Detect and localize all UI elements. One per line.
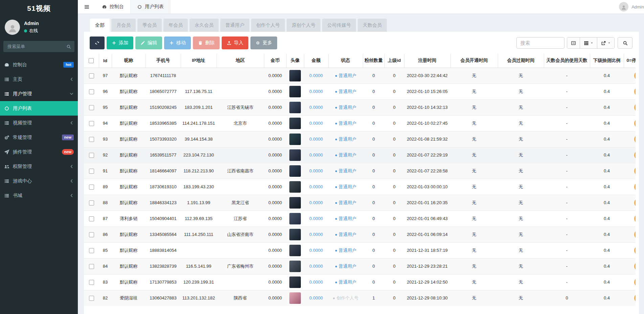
topbar-user[interactable]: Admin (619, 0, 644, 14)
row-checkbox[interactable] (89, 169, 94, 174)
user-avatar-image[interactable] (289, 197, 301, 209)
row-checkbox[interactable] (89, 232, 94, 237)
amount-link[interactable]: 0.0000 (309, 295, 323, 300)
user-avatar-image[interactable] (289, 118, 301, 129)
sidebar-item-user-management[interactable]: 用户管理 (0, 87, 78, 101)
sidebar-item-game-center[interactable]: 游戏中心 (0, 174, 78, 188)
sidebar-item-user-list[interactable]: 用户列表 (0, 101, 78, 116)
enabled-toggle[interactable] (634, 230, 636, 239)
user-avatar-image[interactable] (289, 181, 301, 193)
amount-link[interactable]: 0.0000 (309, 216, 323, 221)
sidebar-search (3, 41, 74, 52)
search-button[interactable] (618, 37, 632, 49)
row-checkbox[interactable] (89, 105, 94, 110)
amount-link[interactable]: 0.0000 (309, 232, 323, 237)
row-checkbox[interactable] (89, 137, 94, 142)
enabled-toggle[interactable] (634, 198, 636, 207)
amount-link[interactable]: 0.0000 (309, 280, 323, 285)
user-avatar-image[interactable] (289, 70, 301, 81)
sidebar-toggle-button[interactable] (78, 0, 95, 14)
sidebar-item-dashboard[interactable]: 控制台hot (0, 57, 78, 72)
row-checkbox[interactable] (89, 216, 94, 221)
amount-link[interactable]: 0.0000 (309, 248, 323, 253)
tab-console[interactable]: 控制台 (95, 0, 130, 14)
amount-link[interactable]: 0.0000 (309, 137, 323, 142)
enabled-toggle[interactable] (634, 294, 636, 303)
row-checkbox[interactable] (89, 73, 94, 78)
row-checkbox[interactable] (89, 248, 94, 253)
filter-tab-creator-account[interactable]: 创作个人号 (251, 19, 285, 32)
user-avatar-image[interactable] (289, 276, 301, 288)
enabled-toggle[interactable] (634, 103, 636, 112)
amount-link[interactable]: 0.0000 (309, 264, 323, 269)
row-checkbox[interactable] (89, 296, 94, 301)
sidebar-item-general-management[interactable]: 常规管理new (0, 130, 78, 145)
filter-tab-all[interactable]: 全部 (90, 19, 110, 32)
table-search-input[interactable] (516, 37, 564, 49)
row-checkbox[interactable] (89, 153, 94, 158)
row-checkbox[interactable] (89, 185, 94, 190)
user-avatar-image[interactable] (289, 86, 301, 97)
row-checkbox[interactable] (89, 280, 94, 285)
user-avatar-image[interactable] (289, 229, 301, 240)
columns-button[interactable] (580, 38, 597, 48)
amount-link[interactable]: 0.0000 (309, 184, 323, 189)
select-all-checkbox[interactable] (89, 58, 94, 63)
detail-view-button[interactable] (567, 38, 580, 48)
filter-tab-original-account[interactable]: 原创个人号 (287, 19, 320, 32)
search-icon[interactable] (66, 44, 71, 49)
row-checkbox[interactable] (89, 89, 94, 94)
enabled-toggle[interactable] (634, 119, 636, 128)
sidebar-item-book-city[interactable]: 书城 (0, 188, 78, 203)
filter-tab-year-vip[interactable]: 年会员 (163, 19, 188, 32)
row-checkbox[interactable] (89, 121, 94, 126)
filter-tab-normal-user[interactable]: 普通用户 (220, 19, 249, 32)
amount-link[interactable]: 0.0000 (309, 168, 323, 173)
enabled-toggle[interactable] (634, 278, 636, 287)
enabled-toggle[interactable] (634, 214, 636, 223)
user-avatar-image[interactable] (289, 134, 301, 145)
amount-link[interactable]: 0.0000 (309, 73, 323, 78)
refresh-button[interactable] (90, 37, 105, 49)
sidebar-item-permission-management[interactable]: 权限管理 (0, 159, 78, 174)
user-avatar-image[interactable] (289, 149, 301, 161)
tab-user-list[interactable]: 用户列表 (130, 0, 171, 14)
amount-link[interactable]: 0.0000 (309, 105, 323, 110)
enabled-toggle[interactable] (634, 167, 636, 175)
user-avatar-image[interactable] (289, 292, 301, 304)
amount-link[interactable]: 0.0000 (309, 121, 323, 126)
enabled-toggle[interactable] (634, 71, 636, 80)
enabled-toggle[interactable] (634, 262, 636, 271)
more-button[interactable]: 更多 (250, 37, 277, 49)
delete-button[interactable]: 删除 (193, 37, 220, 49)
row-checkbox[interactable] (89, 264, 94, 269)
enabled-toggle[interactable] (634, 135, 636, 144)
user-avatar-image[interactable] (289, 261, 301, 272)
sidebar-item-plugin-management[interactable]: 插件管理new (0, 145, 78, 159)
user-avatar-image[interactable] (289, 165, 301, 177)
enabled-toggle[interactable] (634, 246, 636, 255)
sidebar-search-input[interactable] (7, 44, 66, 49)
filter-tab-company-media[interactable]: 公司传媒号 (322, 19, 356, 32)
user-avatar-image[interactable] (289, 102, 301, 113)
enabled-toggle[interactable] (634, 183, 636, 191)
import-button[interactable]: 导入 (222, 37, 248, 49)
amount-link[interactable]: 0.0000 (309, 200, 323, 205)
user-avatar-image[interactable] (289, 213, 301, 224)
row-checkbox[interactable] (89, 200, 94, 206)
enabled-toggle[interactable] (634, 151, 636, 160)
filter-tab-season-vip[interactable]: 季会员 (137, 19, 162, 32)
sidebar-item-video-management[interactable]: 视频管理 (0, 116, 78, 130)
amount-link[interactable]: 0.0000 (309, 89, 323, 94)
edit-button[interactable]: 编辑 (135, 37, 162, 49)
add-button[interactable]: 添加 (107, 37, 133, 49)
filter-tab-forever-vip[interactable]: 永久会员 (190, 19, 219, 32)
user-avatar-image[interactable] (289, 245, 301, 256)
enabled-toggle[interactable] (634, 87, 636, 96)
move-button[interactable]: 移动 (164, 37, 191, 49)
sidebar-item-home[interactable]: 主页 (0, 72, 78, 87)
export-button[interactable] (597, 38, 614, 48)
filter-tab-month-vip[interactable]: 月会员 (111, 19, 136, 32)
filter-tab-days-vip[interactable]: 天数会员 (358, 19, 387, 32)
amount-link[interactable]: 0.0000 (309, 152, 323, 158)
